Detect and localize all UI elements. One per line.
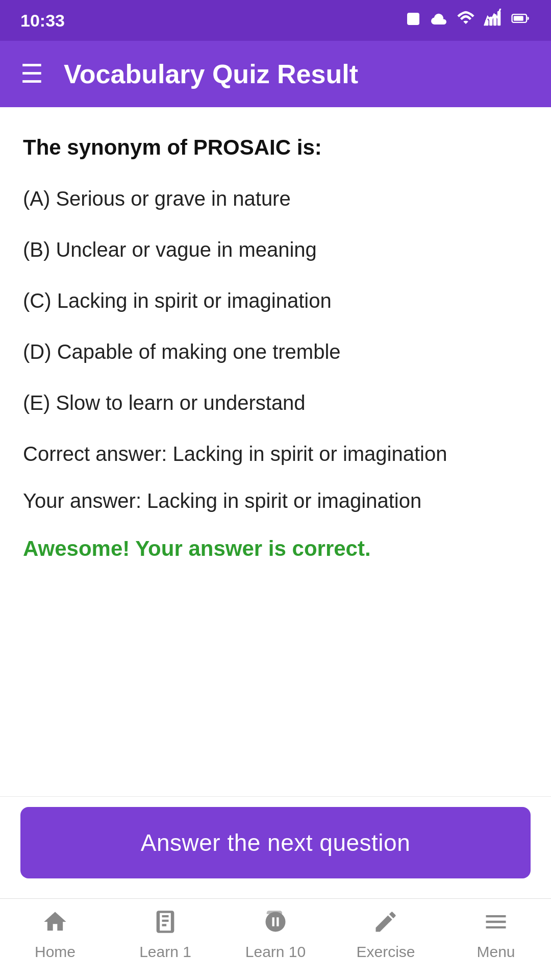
nav-learn10-label: Learn 10 xyxy=(245,943,306,961)
nav-learn1[interactable]: Learn 1 xyxy=(110,909,220,961)
app-bar: ☰ Vocabulary Quiz Result xyxy=(0,41,551,107)
correct-answer: Correct answer: Lacking in spirit or ima… xyxy=(23,438,528,469)
nav-exercise-label: Exercise xyxy=(356,943,415,961)
option-a[interactable]: (A) Serious or grave in nature xyxy=(23,183,528,214)
quiz-question: The synonym of PROSAIC is: xyxy=(23,133,528,163)
nav-learn10[interactable]: Learn 10 xyxy=(220,909,331,961)
battery-icon xyxy=(511,9,531,33)
svg-rect-0 xyxy=(407,13,419,25)
result-message: Awesome! Your answer is correct. xyxy=(23,536,528,561)
home-icon xyxy=(42,909,68,939)
main-content: The synonym of PROSAIC is: (A) Serious o… xyxy=(0,107,551,796)
status-time: 10:33 xyxy=(20,11,65,31)
status-bar: 10:33 xyxy=(0,0,551,41)
option-c[interactable]: (C) Lacking in spirit or imagination xyxy=(23,285,528,316)
svg-rect-2 xyxy=(489,16,492,25)
cloud-icon xyxy=(430,9,448,32)
learn1-icon xyxy=(152,909,179,939)
wifi-icon xyxy=(456,9,475,33)
signal-icon xyxy=(484,9,503,33)
option-b[interactable]: (B) Unclear or vague in meaning xyxy=(23,234,528,265)
bottom-navigation: Home Learn 1 Learn 10 Exercise Menu xyxy=(0,898,551,980)
option-d[interactable]: (D) Capable of making one tremble xyxy=(23,336,528,367)
nav-menu-label: Menu xyxy=(477,943,515,961)
your-answer: Your answer: Lacking in spirit or imagin… xyxy=(23,485,528,516)
option-e[interactable]: (E) Slow to learn or understand xyxy=(23,387,528,418)
exercise-icon xyxy=(372,909,399,939)
nav-learn1-label: Learn 1 xyxy=(139,943,191,961)
svg-rect-1 xyxy=(485,20,488,26)
square-icon xyxy=(405,11,421,31)
svg-rect-6 xyxy=(514,16,523,21)
nav-menu[interactable]: Menu xyxy=(441,909,551,961)
svg-rect-3 xyxy=(493,14,496,26)
svg-rect-4 xyxy=(497,11,500,26)
hamburger-menu-icon[interactable]: ☰ xyxy=(20,61,43,87)
status-icons xyxy=(405,9,531,33)
page-title: Vocabulary Quiz Result xyxy=(64,59,358,89)
menu-icon xyxy=(483,909,509,939)
next-question-button[interactable]: Answer the next question xyxy=(20,807,531,878)
learn10-icon xyxy=(262,909,289,939)
nav-exercise[interactable]: Exercise xyxy=(331,909,441,961)
nav-home[interactable]: Home xyxy=(0,909,110,961)
nav-home-label: Home xyxy=(35,943,76,961)
next-button-container: Answer the next question xyxy=(0,796,551,889)
